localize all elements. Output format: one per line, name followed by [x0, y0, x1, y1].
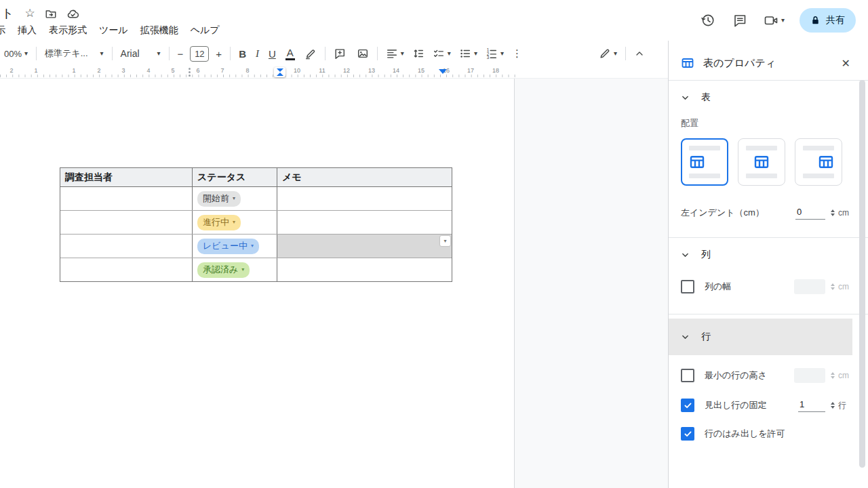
align-button[interactable]: ▾: [383, 47, 407, 60]
table-row: 承認済み ▾: [60, 258, 452, 281]
text-color-button[interactable]: A: [283, 47, 298, 60]
chevron-down-icon[interactable]: ▾: [781, 17, 785, 24]
border-pen-button[interactable]: ▾: [596, 47, 620, 60]
bold-button[interactable]: B: [236, 49, 249, 59]
numbered-list-button[interactable]: 123 ▾: [483, 47, 507, 60]
version-history-icon[interactable]: [700, 12, 716, 28]
zoom-select[interactable]: 00% ▾: [1, 49, 31, 59]
status-chip[interactable]: 開始前 ▾: [197, 191, 241, 207]
selected-cell[interactable]: ▾: [277, 235, 452, 258]
unit-cm: cm: [838, 282, 852, 291]
highlight-color-button[interactable]: [302, 47, 319, 60]
left-indent-icon[interactable]: [277, 73, 283, 76]
cloud-saved-icon[interactable]: [66, 7, 79, 20]
status-cell[interactable]: レビュー中 ▾: [193, 235, 277, 258]
line-spacing-button[interactable]: [410, 47, 427, 60]
column-width-checkbox[interactable]: [681, 280, 694, 293]
stepper[interactable]: [831, 209, 835, 216]
menu-item-format[interactable]: 表示形式: [43, 23, 93, 38]
ruler-number: 12: [343, 67, 350, 74]
header-cell[interactable]: 調査担当者: [60, 168, 193, 186]
underline-button[interactable]: U: [266, 49, 279, 59]
decrease-font-size-button[interactable]: −: [175, 49, 186, 59]
status-chip[interactable]: レビュー中 ▾: [197, 239, 259, 254]
align-right-card[interactable]: [795, 138, 842, 186]
status-cell[interactable]: 承認済み ▾: [193, 258, 277, 281]
ruler-number: 11: [319, 67, 325, 74]
stepper[interactable]: [831, 372, 835, 379]
menu-item-help[interactable]: ヘルプ: [184, 23, 226, 38]
check-icon: [684, 431, 692, 437]
meet-call-button[interactable]: ▾: [764, 13, 785, 28]
align-left-card[interactable]: [681, 138, 728, 186]
ruler-number: 10: [294, 67, 300, 74]
header-cell[interactable]: メモ: [277, 168, 452, 186]
pin-header-checkbox[interactable]: [681, 399, 694, 412]
person-cell[interactable]: [60, 187, 193, 210]
memo-cell[interactable]: [277, 187, 452, 210]
checklist-button[interactable]: ▾: [430, 47, 454, 60]
ruler-table-column-marker[interactable]: [189, 68, 191, 77]
memo-cell[interactable]: [277, 211, 452, 234]
move-folder-icon[interactable]: [45, 7, 57, 20]
insert-image-button[interactable]: [354, 47, 372, 60]
more-options-button[interactable]: ⋮: [509, 47, 525, 60]
row-overflow-checkbox[interactable]: [681, 427, 694, 441]
title-bar: ト ☆: [0, 4, 79, 23]
left-indent-input[interactable]: 0: [795, 207, 825, 220]
bulleted-list-button[interactable]: ▾: [456, 47, 480, 60]
pin-header-input[interactable]: 1: [798, 399, 825, 412]
section-row-label: 行: [701, 331, 711, 343]
close-icon[interactable]: ✕: [840, 56, 852, 71]
person-cell[interactable]: [60, 258, 193, 281]
header-actions: ▾ 共有: [684, 0, 868, 41]
ruler-indent-marker[interactable]: [274, 67, 285, 77]
share-label: 共有: [826, 14, 845, 26]
align-center-card[interactable]: [738, 138, 785, 186]
memo-cell[interactable]: [277, 258, 452, 281]
ruler-number: 6: [196, 67, 199, 74]
section-column[interactable]: 列: [681, 239, 852, 270]
chevron-down-icon: [681, 333, 690, 342]
share-button[interactable]: 共有: [800, 8, 856, 33]
status-cell[interactable]: 進行中 ▾: [193, 211, 277, 234]
person-cell[interactable]: [60, 211, 193, 234]
document-title[interactable]: ト: [1, 5, 14, 22]
alignment-cards: [681, 138, 852, 186]
add-comment-button[interactable]: [331, 47, 349, 60]
font-size-input[interactable]: 12: [190, 46, 209, 62]
ruler-right-indent-marker[interactable]: [439, 69, 447, 74]
font-family-select[interactable]: Arial ▾: [118, 48, 163, 59]
first-line-indent-icon[interactable]: [277, 68, 283, 72]
header-cell[interactable]: ステータス: [193, 168, 277, 186]
status-chip[interactable]: 承認済み ▾: [197, 262, 250, 278]
stepper[interactable]: [831, 402, 835, 409]
column-width-input[interactable]: [794, 279, 825, 294]
person-cell[interactable]: [60, 235, 193, 258]
increase-font-size-button[interactable]: +: [213, 49, 224, 59]
comments-icon[interactable]: [732, 13, 747, 28]
menu-item-extensions[interactable]: 拡張機能: [134, 23, 184, 38]
panel-scrollbar[interactable]: [859, 80, 865, 468]
hide-menus-button[interactable]: [631, 48, 648, 59]
section-row[interactable]: 行: [669, 319, 852, 355]
menu-item-view-partial[interactable]: 示: [0, 23, 12, 38]
stepper[interactable]: [831, 283, 835, 290]
star-icon[interactable]: ☆: [24, 6, 35, 20]
horizontal-ruler[interactable]: 2112345678101112131415161718: [0, 66, 668, 79]
status-cell[interactable]: 開始前 ▾: [193, 187, 277, 210]
section-table[interactable]: 表: [681, 82, 852, 113]
paragraph-style-select[interactable]: 標準テキ... ▾: [42, 47, 106, 60]
italic-button[interactable]: I: [253, 49, 262, 59]
menu-item-insert[interactable]: 挿入: [12, 23, 43, 38]
min-row-height-checkbox[interactable]: [681, 369, 694, 382]
toolbar-separator: [169, 47, 170, 60]
row-overflow-label: 行のはみ出しを許可: [705, 428, 785, 440]
document-page[interactable]: 調査担当者 ステータス メモ 開始前 ▾: [0, 79, 515, 488]
table-row: 進行中 ▾: [60, 211, 452, 235]
ruler-number: 4: [146, 67, 150, 74]
cell-dropdown-button[interactable]: ▾: [440, 236, 450, 246]
min-row-height-input[interactable]: [794, 368, 825, 383]
status-chip[interactable]: 進行中 ▾: [197, 215, 241, 230]
menu-item-tools[interactable]: ツール: [93, 23, 134, 38]
